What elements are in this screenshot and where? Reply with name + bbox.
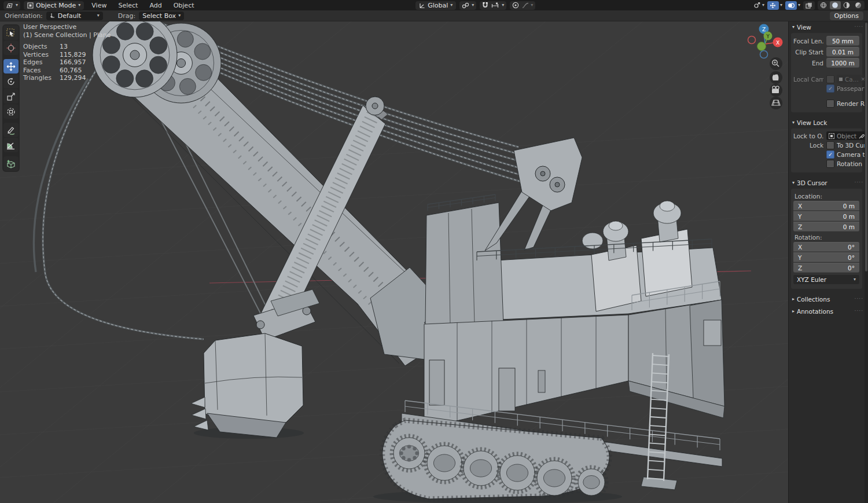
- cursor-icon: [6, 43, 16, 53]
- tool-measure-button[interactable]: [3, 138, 19, 152]
- menu-add[interactable]: Add: [145, 2, 165, 9]
- cursor-location-x-field[interactable]: X0 m: [793, 201, 859, 211]
- axis-neg-x-handle[interactable]: [748, 36, 756, 44]
- lock-rotation-label: Rotation: [837, 160, 862, 167]
- orientation-label: Orientation:: [5, 12, 43, 20]
- orientation-selector[interactable]: Default ▾: [46, 12, 103, 20]
- grip-icon[interactable]: [855, 298, 863, 300]
- section-view-lock-header[interactable]: ▾ View Lock: [789, 116, 868, 128]
- axis-y-label: Y: [766, 34, 770, 39]
- object-mode-icon: [27, 2, 34, 9]
- transform-orientation-selector[interactable]: Global ▾: [415, 1, 456, 10]
- cursor-location-z-field[interactable]: Z0 m: [793, 222, 859, 232]
- overlays-icon: [788, 2, 795, 9]
- camera-data-icon: [839, 78, 843, 81]
- rotate-icon: [6, 76, 16, 87]
- passepartout-checkbox[interactable]: ✓: [826, 85, 834, 93]
- cursor-rotation-y-field[interactable]: Y0°: [793, 252, 859, 262]
- pivot-point-selector[interactable]: ▾: [459, 1, 476, 10]
- shading-rendered-button[interactable]: [853, 1, 864, 9]
- section-3d-cursor-header[interactable]: ▾ 3D Cursor: [789, 177, 868, 189]
- menu-select[interactable]: Select: [114, 2, 142, 9]
- xray-icon: [806, 2, 812, 9]
- camera-to-view-label: Camera to Vi...: [837, 151, 868, 158]
- proportional-edit-icon[interactable]: [512, 2, 519, 9]
- section-collections-header[interactable]: ▸ Collections: [789, 293, 868, 305]
- clip-start-field[interactable]: 0.01 m: [826, 47, 859, 57]
- global-axes-icon: [419, 2, 425, 9]
- rotation-order-dropdown[interactable]: XYZ Euler ▾: [793, 275, 859, 284]
- zoom-button[interactable]: [770, 57, 782, 70]
- object-icon: [829, 133, 834, 139]
- to-3d-cursor-checkbox[interactable]: [826, 141, 834, 149]
- shading-wireframe-button[interactable]: [818, 1, 829, 9]
- axis-neg-z-handle[interactable]: [760, 51, 768, 58]
- snap-mode-icon[interactable]: [491, 2, 499, 9]
- mode-selector[interactable]: Object Mode ▾: [24, 1, 84, 10]
- local-camera-label: Local Cam...: [793, 76, 823, 83]
- drag-selector[interactable]: Select Box ▾: [139, 12, 184, 20]
- to-3d-cursor-label: To 3D Cursor: [837, 142, 868, 149]
- editor-type-button[interactable]: ▾: [3, 1, 20, 10]
- shading-material-button[interactable]: [841, 1, 852, 9]
- chevron-down-icon: ▾: [97, 13, 100, 18]
- options-button[interactable]: Options: [830, 12, 863, 20]
- clip-end-field[interactable]: 1000 m: [826, 58, 859, 68]
- local-camera-checkbox[interactable]: [826, 75, 834, 83]
- tool-transform-button[interactable]: [3, 104, 19, 119]
- grip-icon[interactable]: [855, 181, 863, 184]
- menu-object[interactable]: Object: [170, 2, 198, 9]
- camera-to-view-checkbox[interactable]: ✓: [826, 150, 834, 159]
- navigation-gizmo[interactable]: Z Y X: [748, 24, 783, 58]
- lock-rotation-checkbox[interactable]: [826, 160, 834, 168]
- cursor-location-y-field[interactable]: Y0 m: [793, 211, 859, 221]
- snap-magnet-icon[interactable]: [482, 2, 488, 9]
- chevron-down-icon: ▾: [472, 3, 474, 8]
- viewport-header: ▾ Object Mode ▾ View Select Add Object G…: [0, 0, 868, 10]
- tool-cursor-button[interactable]: [3, 41, 19, 55]
- focal-length-field[interactable]: 50 mm: [826, 36, 859, 46]
- grip-icon[interactable]: [855, 25, 863, 28]
- render-region-checkbox[interactable]: [826, 100, 834, 108]
- chevron-right-icon: ▸: [792, 309, 795, 314]
- tool-scale-button[interactable]: [3, 89, 19, 104]
- tool-select-box-button[interactable]: [3, 25, 19, 40]
- axis-neg-y-handle[interactable]: [757, 42, 766, 51]
- boom-point-sheaves: [93, 13, 221, 103]
- grip-icon[interactable]: [855, 310, 863, 313]
- section-annotations-header[interactable]: ▸ Annotations: [789, 305, 868, 317]
- cursor-rotation-z-field[interactable]: Z0°: [793, 263, 859, 273]
- tool-move-button[interactable]: [3, 59, 19, 74]
- camera-view-button[interactable]: [770, 84, 782, 97]
- lock-label: Lock: [793, 142, 823, 149]
- section-view-body: Focal Len... 50 mm Clip Start 0.01 m End…: [791, 33, 862, 112]
- falloff-curve-icon[interactable]: [522, 2, 529, 9]
- solid-sphere-icon: [832, 2, 838, 9]
- perspective-toggle-button[interactable]: [770, 97, 782, 109]
- eyedropper-icon[interactable]: [859, 133, 865, 139]
- tool-annotate-button[interactable]: [3, 123, 19, 137]
- chevron-down-icon: ▾: [792, 25, 795, 30]
- xray-toggle-button[interactable]: [803, 1, 815, 10]
- gizmo-toggle-button[interactable]: [767, 1, 779, 10]
- orientation-default-icon: [50, 13, 56, 19]
- sidebar-scrollbar[interactable]: [865, 21, 868, 503]
- section-3d-cursor-body: Location: X0 m Y0 m Z0 m Rotation: X0° Y…: [791, 189, 862, 289]
- shading-solid-button[interactable]: [830, 1, 841, 9]
- tool-add-cube-button[interactable]: [3, 156, 19, 171]
- cursor-rotation-x-field[interactable]: X0°: [793, 242, 859, 252]
- show-gizmo-icon[interactable]: [753, 2, 761, 9]
- pan-button[interactable]: [770, 71, 782, 84]
- overlays-toggle-button[interactable]: [785, 1, 797, 10]
- lock-to-object-field[interactable]: Object: [826, 131, 867, 140]
- wireframe-sphere-icon: [820, 2, 827, 9]
- chevron-down-icon: ▾: [78, 3, 80, 8]
- local-camera-field[interactable]: Ca... ✕: [837, 75, 867, 83]
- cursor-rotation-label: Rotation:: [795, 234, 859, 241]
- menu-view[interactable]: View: [87, 2, 111, 9]
- section-view-header[interactable]: ▾ View: [789, 21, 868, 33]
- tool-rotate-button[interactable]: [3, 74, 19, 89]
- scale-icon: [6, 91, 16, 102]
- stat-row: Triangles129,294: [23, 75, 86, 83]
- viewport-3d[interactable]: Z Y X: [0, 0, 868, 503]
